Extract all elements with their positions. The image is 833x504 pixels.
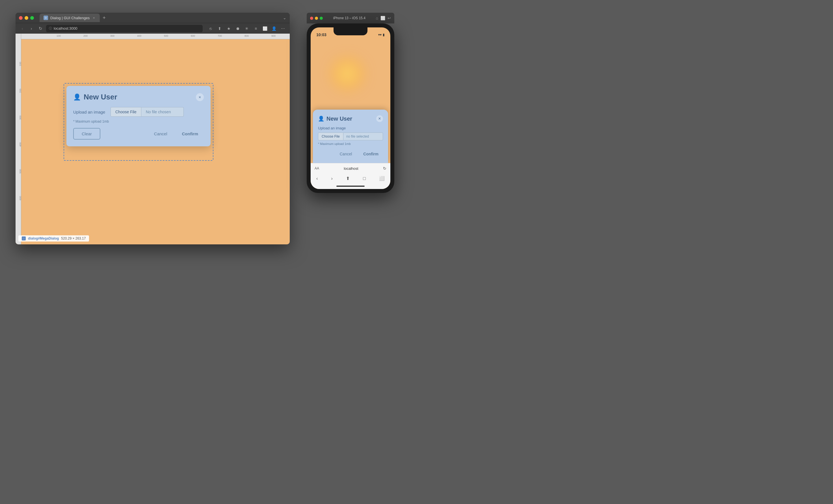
split-view-icon[interactable]: ⬜ [261, 25, 268, 32]
phone-forward-nav-icon[interactable]: › [331, 176, 332, 181]
ruler-tick-300: 300 [110, 35, 115, 37]
tab-close-btn[interactable]: × [92, 16, 96, 20]
horizontal-ruler: 100 200 300 400 500 600 700 800 900 [16, 34, 290, 39]
ruler-tick-100: 100 [56, 35, 61, 37]
tab-favicon: D [44, 16, 48, 20]
ruler-tick-600: 600 [191, 35, 195, 37]
ruler-vtick-500: 500 [19, 169, 22, 174]
confirm-btn[interactable]: Confirm [176, 129, 204, 139]
profile-icon[interactable]: 👤 [270, 25, 277, 32]
ruler-tick-700: 700 [218, 35, 222, 37]
phone-bottom-bar: AA localhost ↻ [311, 163, 390, 174]
ruler-tick-800: 800 [244, 35, 249, 37]
mobile-dialog-footer: Cancel Confirm [318, 149, 383, 158]
upload-row: Upload an image Choose File No file chos… [73, 107, 204, 117]
phone-home-icon[interactable]: ⌂ [376, 16, 378, 20]
ruler-vtick-200: 200 [19, 89, 22, 93]
mobile-dialog-close-btn[interactable]: × [376, 115, 383, 122]
traffic-lights [19, 16, 34, 20]
clear-btn[interactable]: Clear [73, 128, 100, 140]
phone-screen: 10:03 ▾▾ ▮ 👤 New User × Upload an [311, 27, 390, 189]
browser-toolbar: ‹ › ↻ ⓘ localhost:3000 ⎋ ⬆ ★ ⏺ ✳ ≡ ⬜ 👤 ⋯ [16, 23, 290, 34]
ruler-tick-500: 500 [164, 35, 168, 37]
ruler-vtick-300: 300 [19, 116, 22, 120]
phone-section: iPhone 13 – iOS 15.4 ⌂ ⬜ ↩ 10:03 ▾▾ ▮ [307, 13, 394, 193]
file-input-wrapper: Choose File No file chosen [111, 107, 184, 117]
cancel-btn[interactable]: Cancel [148, 129, 173, 139]
phone-status-icons: ▾▾ ▮ [378, 33, 385, 37]
phone-battery-icon: ▮ [383, 33, 385, 37]
choose-file-btn[interactable]: Choose File [111, 107, 141, 117]
mobile-no-file-text: no file selected [343, 132, 383, 141]
mobile-dialog-header: 👤 New User × [318, 115, 383, 122]
phone-maximize-light[interactable] [320, 17, 323, 20]
extension-icon[interactable]: ✳ [243, 25, 250, 32]
no-file-text: No file chosen [141, 107, 184, 117]
new-tab-btn[interactable]: + [103, 15, 106, 21]
toolbar-icons: ⎋ ⬆ ★ ⏺ ✳ ≡ ⬜ 👤 ⋯ [207, 25, 286, 32]
status-selector-text: dialog#MegaDialog [28, 236, 59, 241]
reader-icon[interactable]: ≡ [253, 25, 259, 32]
share-icon[interactable]: ⬆ [216, 25, 223, 32]
phone-tabs-nav-icon[interactable]: ⬜ [379, 176, 385, 181]
phone-bookmarks-nav-icon[interactable]: □ [363, 176, 366, 181]
more-icon[interactable]: ⋯ [280, 25, 286, 32]
upload-label: Upload an image [73, 109, 107, 115]
address-bar[interactable]: ⓘ localhost:3000 [46, 25, 203, 32]
mobile-dialog-title: New User [327, 116, 352, 122]
ruler-tick-200: 200 [84, 35, 88, 37]
phone-rotate-icon[interactable]: ↩ [387, 16, 391, 20]
shield-icon[interactable]: ⏺ [234, 25, 241, 32]
ruler-vtick-600: 600 [19, 196, 22, 200]
phone-header-action-icons: ⌂ ⬜ ↩ [376, 16, 391, 20]
phone-wifi-icon: ▾▾ [378, 33, 382, 37]
external-link-icon[interactable]: ⎋ [207, 25, 214, 32]
vertical-ruler: 100 200 300 400 500 600 [16, 34, 21, 244]
browser-window: D Dialog | GUI Challenges × + ⌄ ‹ › ↻ ⓘ … [16, 13, 290, 244]
phone-time: 10:03 [316, 32, 327, 37]
user-add-icon: 👤 [73, 94, 81, 101]
phone-home-indicator [336, 185, 365, 187]
browser-titlebar: D Dialog | GUI Challenges × + ⌄ [16, 13, 290, 23]
ruler-vtick-100: 100 [19, 62, 22, 66]
mobile-file-row: Choose File no file selected [318, 132, 383, 141]
dialog-title: New User [84, 93, 117, 101]
phone-aa-btn[interactable]: AA [315, 167, 319, 170]
mobile-confirm-btn[interactable]: Confirm [359, 149, 383, 158]
back-btn[interactable]: ‹ [19, 25, 26, 32]
mobile-dialog: 👤 New User × Upload an image Choose File… [313, 109, 388, 163]
mobile-upload-hint: * Maximum upload 1mb [318, 142, 383, 146]
phone-device-title: iPhone 13 – iOS 15.4 [333, 16, 365, 20]
window-expand-btn[interactable]: ⌄ [283, 16, 286, 20]
minimize-traffic-light[interactable] [25, 16, 28, 20]
tab-bar: D Dialog | GUI Challenges × + [40, 14, 106, 22]
phone-nav-row: ‹ › ⬆ □ ⬜ [311, 174, 390, 183]
phone-close-light[interactable] [310, 17, 313, 20]
refresh-btn[interactable]: ↻ [37, 25, 44, 32]
phone-screenshot-icon[interactable]: ⬜ [380, 16, 385, 20]
dialog-close-btn[interactable]: × [196, 93, 204, 101]
phone-reload-btn[interactable]: ↻ [383, 166, 386, 171]
active-tab[interactable]: D Dialog | GUI Challenges × [40, 14, 100, 22]
dialog-header: 👤 New User × [73, 93, 204, 101]
close-traffic-light[interactable] [19, 16, 23, 20]
bookmark-icon[interactable]: ★ [225, 25, 232, 32]
mobile-upload-label: Upload an image [318, 126, 383, 130]
upload-hint: * Maximum upload 1mb [73, 120, 204, 123]
phone-header-bar: iPhone 13 – iOS 15.4 ⌂ ⬜ ↩ [307, 13, 394, 23]
browser-status-bar: □ dialog#MegaDialog 520.29 × 263.17 [18, 235, 89, 242]
url-text: localhost:3000 [54, 26, 77, 30]
phone-minimize-light[interactable] [315, 17, 318, 20]
mobile-choose-file-btn[interactable]: Choose File [318, 132, 343, 141]
phone-url-display[interactable]: localhost [322, 167, 381, 171]
phone-header-lights [310, 17, 323, 20]
browser-content: 100 200 300 400 500 600 700 800 900 100 … [16, 34, 290, 244]
dialog-footer: Clear Cancel Confirm [73, 128, 204, 140]
maximize-traffic-light[interactable] [30, 16, 34, 20]
forward-btn[interactable]: › [28, 25, 35, 32]
phone-share-nav-icon[interactable]: ⬆ [346, 176, 350, 181]
new-user-dialog: 👤 New User × Upload an image Choose File… [66, 86, 211, 146]
phone-back-nav-icon[interactable]: ‹ [316, 176, 318, 181]
mobile-cancel-btn[interactable]: Cancel [335, 149, 357, 158]
mobile-user-add-icon: 👤 [318, 116, 324, 122]
